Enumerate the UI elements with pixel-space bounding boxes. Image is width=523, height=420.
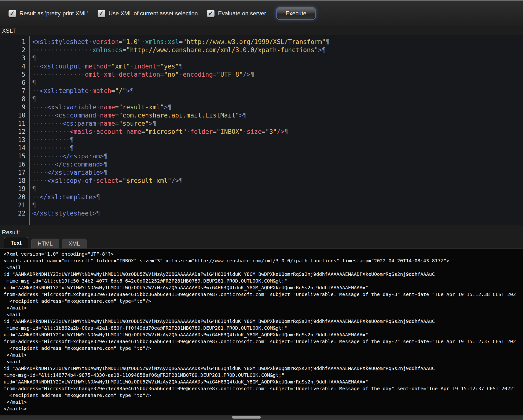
- code-line[interactable]: 21¶: [0, 201, 523, 209]
- checkbox-icon[interactable]: ✓: [207, 10, 215, 17]
- code-line[interactable]: 15········</cs:param>¶: [0, 152, 523, 160]
- code-line[interactable]: 8¶: [0, 95, 523, 103]
- horizontal-scrollbar[interactable]: [0, 415, 523, 420]
- line-number: 19: [0, 185, 29, 193]
- checkmark-icon: ✓: [99, 10, 104, 16]
- code-line[interactable]: 4··<xsl:output·method="xml"·indent="yes"…: [0, 62, 523, 70]
- line-number: 17: [0, 169, 29, 177]
- code-token: "microsoft": [145, 128, 187, 135]
- code-line[interactable]: 6¶: [0, 79, 523, 87]
- code-token: "source": [119, 120, 149, 127]
- code-token: >: [164, 104, 168, 111]
- xslt-code-editor[interactable]: 1<xsl:stylesheet·version="1.0"·xmlns:xsl…: [0, 36, 523, 225]
- code-line[interactable]: 19¶: [0, 185, 523, 193]
- code-token: <mails: [70, 128, 92, 135]
- code-token: ········: [32, 120, 62, 127]
- code-token: "xml": [111, 63, 130, 70]
- tab-text[interactable]: Text: [4, 237, 28, 249]
- code-text: ····</xsl:variable>¶: [29, 169, 107, 177]
- line-number: 13: [0, 136, 29, 144]
- code-line[interactable]: 14··········¶: [0, 144, 523, 152]
- code-token: ¶: [326, 38, 329, 45]
- code-token: version: [92, 38, 119, 45]
- line-number: 8: [0, 95, 29, 103]
- code-token: ·: [130, 63, 134, 70]
- code-line[interactable]: 11········<cs:param·name="source">¶: [0, 119, 523, 128]
- code-text: ¶: [29, 201, 36, 209]
- code-line[interactable]: 20··</xsl:template>¶: [0, 193, 523, 201]
- code-token: >: [318, 46, 322, 54]
- code-text: ················xmlns:cs="http://www.cen…: [29, 46, 326, 54]
- result-text-area[interactable]: <?xml version="1.0" encoding="UTF-8"?> <…: [0, 249, 523, 416]
- code-line[interactable]: 16······</cs:command>¶: [0, 160, 523, 169]
- code-token: ················: [32, 46, 92, 54]
- checkbox-evaluate-on-server[interactable]: ✓ Evaluate on server: [207, 10, 266, 17]
- code-token: ·: [96, 112, 100, 119]
- code-token: =: [115, 112, 119, 119]
- code-token: ······: [32, 161, 55, 168]
- code-text: ····<xsl:copy-of·select="$result-xml"/>¶: [29, 177, 183, 185]
- code-token: =: [115, 104, 119, 111]
- checkbox-use-xml-label: Use XML of current asset selection: [109, 10, 198, 17]
- code-line[interactable]: 7··<xsl:template·match="/">¶: [0, 87, 523, 95]
- code-line[interactable]: 2················xmlns:cs="http://www.ce…: [0, 46, 523, 54]
- code-text: ····<xsl:variable·name="result-xml">¶: [29, 103, 171, 111]
- line-number: 9: [0, 103, 29, 111]
- horizontal-scrollbar-thumb[interactable]: [232, 416, 261, 419]
- code-line[interactable]: 13··········¶: [0, 136, 523, 144]
- code-text: ··········¶: [29, 136, 74, 144]
- code-token: "$result-xml": [123, 177, 172, 184]
- checkbox-use-xml-of-current-asset-selection[interactable]: ✓ Use XML of current asset selection: [98, 10, 198, 17]
- code-line[interactable]: 17····</xsl:variable>¶: [0, 169, 523, 177]
- code-token: ·: [187, 128, 190, 135]
- line-number: 18: [0, 177, 29, 185]
- code-token: name: [100, 104, 115, 111]
- code-token: xmlns:cs: [92, 46, 122, 54]
- line-number: 14: [0, 144, 29, 152]
- code-token: >: [126, 87, 130, 94]
- code-token: <cs:param: [62, 120, 96, 127]
- code-token: >: [149, 120, 153, 127]
- code-token: name: [100, 112, 115, 119]
- code-token: "3": [266, 128, 277, 135]
- execute-button[interactable]: Execute: [277, 8, 315, 19]
- code-token: "http://www.w3.org/1999/XSL/Transform": [183, 38, 326, 45]
- code-line[interactable]: 5··············omit-xml-declaration="no"…: [0, 70, 523, 79]
- code-text: ··<xsl:output·method="xml"·indent="yes"¶: [29, 62, 183, 70]
- code-line[interactable]: 18····<xsl:copy-of·select="$result-xml"/…: [0, 177, 523, 185]
- code-token: omit-xml-declaration: [85, 71, 160, 78]
- code-token: >: [239, 112, 243, 119]
- code-token: =: [111, 87, 115, 94]
- checkbox-icon[interactable]: ✓: [8, 10, 16, 17]
- line-number: 4: [0, 62, 29, 70]
- code-line[interactable]: 3¶: [0, 54, 523, 62]
- code-token: ··: [32, 63, 40, 70]
- line-number: 22: [0, 209, 29, 218]
- tab-xml[interactable]: XML: [62, 239, 86, 249]
- code-token: select: [96, 177, 119, 184]
- code-token: "no": [164, 71, 179, 78]
- code-line[interactable]: 12··········<mails·account-name="microso…: [0, 128, 523, 136]
- code-token: />: [243, 71, 250, 78]
- line-number: 3: [0, 54, 29, 62]
- code-token: ··: [32, 87, 40, 94]
- code-token: </xsl:template>: [40, 194, 96, 201]
- line-number: 16: [0, 160, 29, 169]
- checkmark-icon: ✓: [10, 10, 15, 16]
- code-line[interactable]: 9····<xsl:variable·name="result-xml">¶: [0, 103, 523, 111]
- code-line[interactable]: 22</xsl:stylesheet>¶: [0, 209, 523, 218]
- code-token: ·: [92, 128, 96, 135]
- code-token: "com.censhare.api.mail.ListMail": [119, 112, 239, 119]
- checkbox-icon[interactable]: ✓: [98, 10, 105, 17]
- tab-html[interactable]: HTML: [31, 239, 59, 249]
- checkbox-pretty-print-xml[interactable]: ✓ Result as 'pretty-print XML': [8, 10, 89, 17]
- code-line[interactable]: 1<xsl:stylesheet·version="1.0"·xmlns:xsl…: [0, 38, 523, 46]
- code-token: "1.0": [123, 38, 141, 45]
- code-token: ··········: [32, 128, 70, 135]
- code-token: ········: [32, 153, 62, 160]
- tab-text-label: Text: [11, 240, 22, 246]
- code-token: ··········: [32, 136, 70, 144]
- code-token: ¶: [32, 95, 36, 103]
- code-line[interactable]: 10······<cs:command·name="com.censhare.a…: [0, 111, 523, 119]
- code-token: </cs:param>: [62, 153, 104, 160]
